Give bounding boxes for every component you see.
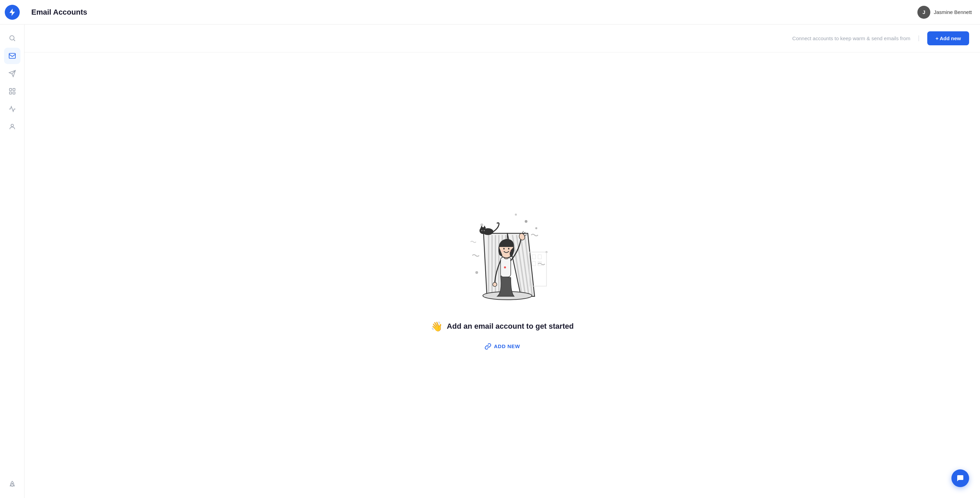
- sidebar-item-sequences[interactable]: [4, 83, 21, 99]
- svg-rect-46: [532, 255, 536, 259]
- svg-point-27: [493, 283, 497, 286]
- empty-heading: 👋 Add an email account to get started: [431, 321, 574, 332]
- sidebar-item-analytics[interactable]: [4, 101, 21, 117]
- illustration: [448, 201, 557, 310]
- sidebar-item-rocket[interactable]: [4, 476, 21, 493]
- welcome-illustration: [448, 201, 557, 310]
- link-icon: [485, 343, 492, 350]
- mail-icon: [8, 52, 16, 60]
- send-icon: [8, 70, 16, 77]
- analytics-icon: [8, 105, 16, 113]
- content-header: Connect accounts to keep warm & send ema…: [24, 24, 980, 53]
- add-new-link[interactable]: ADD NEW: [485, 343, 520, 350]
- sidebar: [0, 24, 24, 498]
- svg-rect-5: [13, 92, 14, 94]
- add-new-button[interactable]: + Add new: [927, 31, 969, 45]
- svg-point-35: [508, 247, 509, 249]
- chat-button[interactable]: [951, 469, 969, 487]
- svg-point-11: [480, 223, 483, 226]
- topbar-left: Email Accounts: [0, 0, 87, 24]
- sequence-icon: [8, 88, 16, 95]
- svg-point-34: [503, 247, 504, 249]
- user-name: Jasmine Bennett: [934, 9, 972, 15]
- svg-point-10: [535, 227, 537, 229]
- search-icon: [8, 34, 16, 42]
- main-content: Connect accounts to keep warm & send ema…: [24, 24, 980, 498]
- sidebar-item-profile[interactable]: [4, 118, 21, 135]
- avatar: J: [917, 6, 930, 19]
- svg-rect-1: [9, 53, 15, 59]
- connect-description: Connect accounts to keep warm & send ema…: [792, 35, 919, 41]
- svg-point-6: [11, 124, 13, 127]
- topbar: Email Accounts J Jasmine Bennett: [0, 0, 980, 24]
- rocket-icon: [8, 480, 16, 488]
- user-area: J Jasmine Bennett: [917, 6, 972, 19]
- add-new-link-label: ADD NEW: [494, 343, 520, 349]
- svg-point-8: [525, 220, 527, 223]
- logo-area: [0, 0, 24, 24]
- svg-point-12: [476, 271, 478, 274]
- svg-point-43: [484, 230, 485, 231]
- svg-point-44: [504, 267, 506, 268]
- svg-rect-3: [13, 89, 14, 91]
- sidebar-item-search[interactable]: [4, 30, 21, 46]
- app-logo[interactable]: [5, 5, 20, 20]
- svg-marker-41: [483, 225, 486, 228]
- svg-point-36: [501, 251, 503, 252]
- svg-point-7: [11, 484, 13, 484]
- empty-state: 👋 Add an email account to get started AD…: [24, 53, 980, 498]
- sidebar-bottom: [4, 476, 21, 493]
- svg-point-37: [510, 251, 511, 252]
- svg-rect-4: [9, 92, 11, 94]
- wave-emoji: 👋: [431, 321, 443, 332]
- chat-icon: [956, 474, 964, 482]
- content-area: Connect accounts to keep warm & send ema…: [24, 24, 980, 498]
- svg-rect-2: [9, 89, 11, 91]
- page-title: Email Accounts: [31, 8, 87, 17]
- svg-point-9: [515, 214, 517, 215]
- sidebar-item-campaigns[interactable]: [4, 65, 21, 82]
- lightning-icon: [8, 8, 17, 17]
- svg-rect-48: [532, 262, 536, 266]
- empty-heading-text: Add an email account to get started: [447, 322, 574, 331]
- profile-icon: [8, 123, 16, 131]
- sidebar-item-email[interactable]: [4, 48, 21, 64]
- svg-rect-47: [538, 255, 541, 259]
- svg-point-0: [10, 36, 14, 40]
- svg-point-42: [482, 230, 482, 231]
